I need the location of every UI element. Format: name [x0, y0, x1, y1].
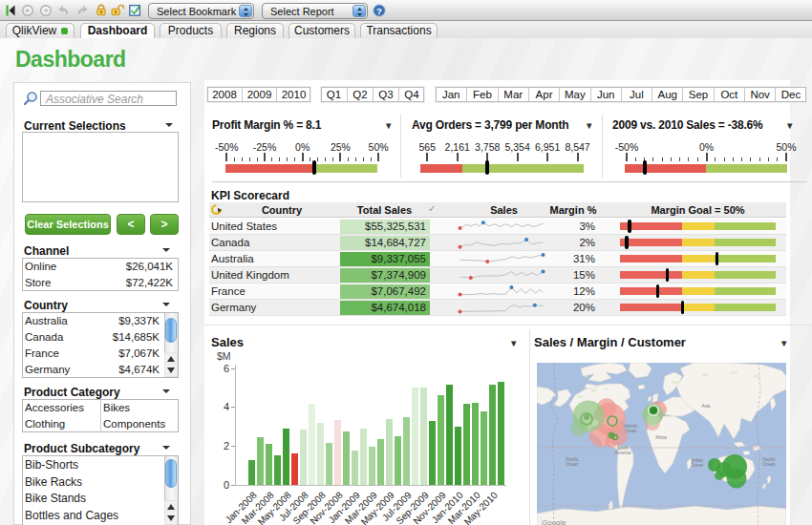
svg-text:Ocean: Ocean [566, 462, 579, 467]
svg-text:Google: Google [542, 518, 566, 525]
svg-text:?: ? [376, 6, 382, 16]
svg-text:America: America [615, 451, 631, 455]
svg-text:Ocean: Ocean [691, 463, 704, 468]
svg-text:Africa: Africa [655, 435, 667, 440]
svg-text:Asia: Asia [702, 404, 711, 409]
svg-text:Ocean: Ocean [762, 462, 776, 467]
